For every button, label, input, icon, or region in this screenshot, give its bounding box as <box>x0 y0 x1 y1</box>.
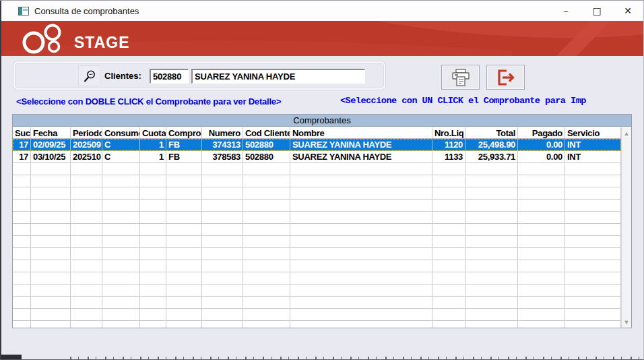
cell-suc: 17 <box>13 139 31 150</box>
table-row-empty <box>13 272 621 284</box>
column-header-fecha[interactable]: Fecha <box>31 127 71 138</box>
cell-pagado: 0.00 <box>518 139 565 150</box>
table-row-empty <box>13 236 621 248</box>
column-header-total[interactable]: Total <box>465 127 518 138</box>
table-row-selected[interactable]: 17 02/09/25 202509 C 1 FB 374313 502880 … <box>13 139 621 151</box>
column-header-nombre[interactable]: Nombre <box>290 127 432 138</box>
table-row-empty <box>13 284 621 297</box>
close-button[interactable]: ✕ <box>612 1 643 21</box>
instruction-double-click: <Seleccione con DOBLE CLICK el Comproban… <box>16 96 281 107</box>
table-row-empty <box>13 175 621 187</box>
title-bar: Consulta de comprobantes – □ ✕ <box>0 1 643 21</box>
cell-cuota: 1 <box>140 151 166 162</box>
search-button[interactable] <box>78 65 100 86</box>
vertical-scrollbar[interactable]: ▲ ▼ <box>621 127 631 328</box>
exit-icon <box>496 68 516 87</box>
cell-comprob: FB <box>166 151 202 162</box>
search-icon <box>82 69 97 84</box>
cell-servicio: INT <box>565 151 621 162</box>
cell-total: 25,933.71 <box>465 151 518 162</box>
cell-total: 25,498.90 <box>465 139 518 150</box>
table-row-empty <box>13 321 621 328</box>
minimize-button[interactable]: – <box>550 1 581 21</box>
clipped-bottom-text <box>70 357 641 359</box>
table-row-empty <box>13 224 621 236</box>
window-left-border <box>0 1 1 359</box>
stage-logo-text: STAGE <box>74 34 130 52</box>
cell-cod-cliente: 502880 <box>243 139 290 150</box>
table-row-empty <box>13 187 621 200</box>
client-name-input[interactable] <box>191 69 365 84</box>
stage-logo: STAGE <box>15 24 130 55</box>
column-header-pagado[interactable]: Pagado <box>518 127 565 138</box>
client-code-input[interactable] <box>150 69 189 84</box>
cell-fecha: 03/10/25 <box>31 151 71 162</box>
column-header-nro-liq[interactable]: Nro.Liq <box>432 127 465 138</box>
grid-header-row: Suc Fecha Periodo Consumo Cuota Comprob … <box>13 127 621 139</box>
column-header-comprob[interactable]: Comprob <box>166 127 202 138</box>
window-title: Consulta de comprobantes <box>34 6 139 16</box>
column-header-numero[interactable]: Numero <box>202 127 243 138</box>
cell-nombre: SUAREZ YANINA HAYDE <box>290 139 432 150</box>
table-row-empty <box>13 260 621 272</box>
column-header-consumo[interactable]: Consumo <box>102 127 140 138</box>
column-header-cuota[interactable]: Cuota <box>140 127 166 138</box>
table-row[interactable]: 17 03/10/25 202510 C 1 FB 378583 502880 … <box>13 151 621 163</box>
table-row-empty <box>13 163 621 175</box>
print-button[interactable] <box>441 65 480 90</box>
exit-button[interactable] <box>486 65 525 90</box>
cell-cod-cliente: 502880 <box>243 151 290 162</box>
app-icon <box>18 7 29 16</box>
stage-logo-circles-icon <box>15 24 73 55</box>
column-header-cod-cliente[interactable]: Cod Cliente <box>243 127 290 138</box>
column-header-periodo[interactable]: Periodo <box>71 127 102 138</box>
cell-pagado: 0.00 <box>518 151 565 162</box>
cell-numero: 374313 <box>202 139 243 150</box>
cell-nro-liq: 1133 <box>432 151 465 162</box>
instruction-single-click: <Seleccione con UN CLICK el Comprobante … <box>340 96 586 106</box>
window-controls: – □ ✕ <box>550 1 643 21</box>
brand-header: STAGE <box>0 21 643 56</box>
table-row-empty <box>13 309 621 321</box>
cell-cuota: 1 <box>140 139 166 150</box>
maximize-button[interactable]: □ <box>581 1 612 21</box>
grid-title: Comprobantes <box>13 115 631 127</box>
table-row-empty <box>13 297 621 309</box>
empty-rows <box>13 163 621 328</box>
scroll-up-icon[interactable]: ▲ <box>622 128 631 138</box>
column-header-servicio[interactable]: Servicio <box>565 127 621 138</box>
cell-comprob: FB <box>166 139 202 150</box>
comprobantes-grid: Comprobantes Suc Fecha Periodo Consumo C… <box>12 114 632 328</box>
cell-periodo: 202509 <box>71 139 102 150</box>
window: Consulta de comprobantes – □ ✕ STAGE <box>0 0 644 360</box>
table-row-empty <box>13 248 621 260</box>
cell-fecha: 02/09/25 <box>31 139 71 150</box>
clientes-label: Clientes: <box>104 71 141 81</box>
column-header-suc[interactable]: Suc <box>13 127 31 138</box>
bottom-left-patch <box>0 355 22 359</box>
search-panel: Clientes: <box>13 61 385 90</box>
cell-servicio: INT <box>565 139 621 150</box>
grid-body: Suc Fecha Periodo Consumo Cuota Comprob … <box>13 127 621 328</box>
cell-suc: 17 <box>13 151 31 162</box>
table-row-empty <box>13 200 621 212</box>
cell-periodo: 202510 <box>71 151 102 162</box>
table-row-empty <box>13 212 621 224</box>
printer-icon <box>451 68 471 87</box>
cell-numero: 378583 <box>202 151 243 162</box>
cell-nombre: SUAREZ YANINA HAYDE <box>290 151 432 162</box>
cell-consumo: C <box>102 151 140 162</box>
cell-consumo: C <box>102 139 140 150</box>
scroll-down-icon[interactable]: ▼ <box>622 317 631 327</box>
cell-nro-liq: 1120 <box>432 139 465 150</box>
